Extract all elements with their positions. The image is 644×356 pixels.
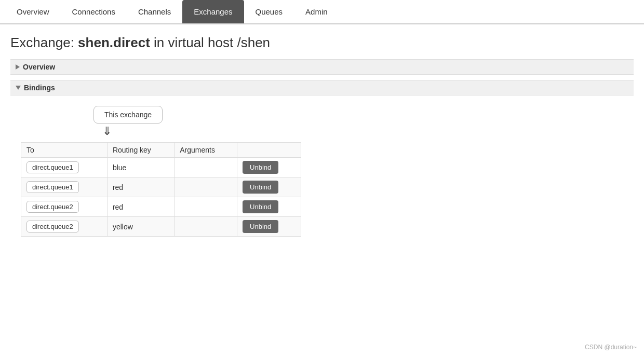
cell-to: direct.queue2: [21, 217, 108, 237]
this-exchange-box: This exchange: [93, 106, 163, 124]
cell-routing-key: yellow: [107, 217, 174, 237]
title-suffix: in virtual host /shen: [154, 35, 270, 50]
queue-badge: direct.queue1: [26, 181, 79, 193]
col-to: To: [21, 143, 108, 158]
table-row: direct.queue1blueUnbind: [21, 158, 301, 177]
table-row: direct.queue2redUnbind: [21, 197, 301, 217]
exchange-name: shen.direct: [78, 35, 150, 50]
bindings-section: Bindings This exchange ⇓ To Routing key …: [10, 80, 634, 247]
bindings-section-label: Bindings: [24, 84, 55, 92]
page-content: Exchange: shen.direct in virtual host /s…: [0, 24, 644, 263]
overview-collapse-icon: [16, 64, 20, 70]
unbind-button[interactable]: Unbind: [243, 161, 278, 174]
bindings-table: To Routing key Arguments direct.queue1bl…: [21, 142, 301, 237]
unbind-button[interactable]: Unbind: [243, 220, 278, 233]
down-arrow: ⇓: [102, 126, 623, 137]
bindings-collapse-icon: [16, 86, 21, 90]
nav-overview[interactable]: Overview: [5, 0, 61, 23]
cell-to: direct.queue2: [21, 197, 108, 217]
cell-arguments: [175, 158, 237, 177]
cell-to: direct.queue1: [21, 177, 108, 197]
col-routing-key: Routing key: [107, 143, 174, 158]
cell-to: direct.queue1: [21, 158, 108, 177]
unbind-button[interactable]: Unbind: [243, 200, 278, 213]
this-exchange-label: This exchange: [104, 111, 152, 119]
queue-badge: direct.queue2: [26, 221, 79, 232]
overview-section: Overview: [10, 59, 634, 75]
cell-arguments: [175, 177, 237, 197]
nav-queues[interactable]: Queues: [244, 0, 294, 23]
cell-arguments: [175, 217, 237, 237]
page-title: Exchange: shen.direct in virtual host /s…: [10, 35, 634, 51]
cell-action: Unbind: [237, 197, 301, 217]
table-row: direct.queue2yellowUnbind: [21, 217, 301, 237]
nav-bar: Overview Connections Channels Exchanges …: [0, 0, 644, 24]
unbind-button[interactable]: Unbind: [243, 181, 278, 194]
bindings-section-header[interactable]: Bindings: [10, 80, 634, 95]
cell-action: Unbind: [237, 177, 301, 197]
title-prefix: Exchange:: [10, 35, 74, 50]
cell-action: Unbind: [237, 158, 301, 177]
overview-section-header[interactable]: Overview: [10, 59, 634, 75]
cell-action: Unbind: [237, 217, 301, 237]
nav-channels[interactable]: Channels: [127, 0, 182, 23]
nav-exchanges[interactable]: Exchanges: [182, 0, 244, 23]
queue-badge: direct.queue2: [26, 201, 79, 213]
nav-connections[interactable]: Connections: [61, 0, 127, 23]
cell-routing-key: red: [107, 197, 174, 217]
overview-section-label: Overview: [23, 63, 55, 71]
queue-badge: direct.queue1: [26, 161, 79, 173]
cell-arguments: [175, 197, 237, 217]
nav-admin[interactable]: Admin: [294, 0, 339, 23]
col-action: [237, 143, 301, 158]
bindings-content: This exchange ⇓ To Routing key Arguments…: [10, 95, 634, 247]
col-arguments: Arguments: [175, 143, 237, 158]
cell-routing-key: red: [107, 177, 174, 197]
cell-routing-key: blue: [107, 158, 174, 177]
table-row: direct.queue1redUnbind: [21, 177, 301, 197]
